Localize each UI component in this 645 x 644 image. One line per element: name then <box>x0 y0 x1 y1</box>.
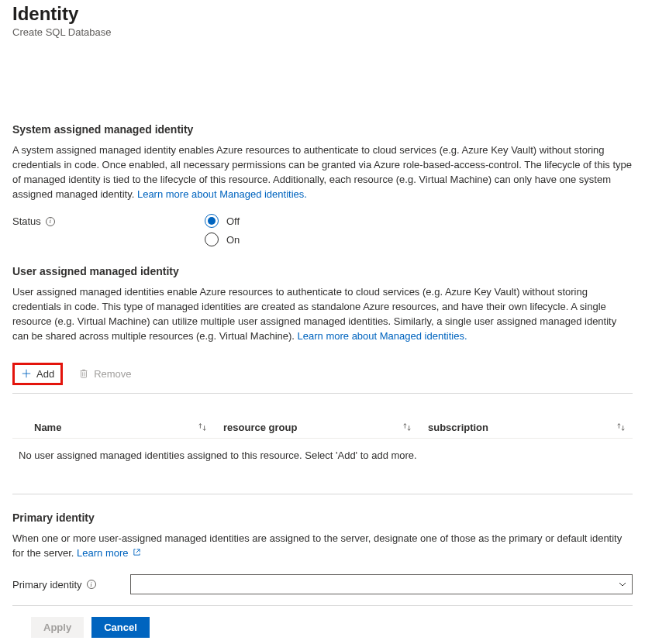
system-identity-heading: System assigned managed identity <box>12 123 633 136</box>
radio-icon <box>205 214 219 228</box>
primary-identity-body: When one or more user-assigned managed i… <box>12 532 633 561</box>
sort-icon[interactable] <box>197 422 208 432</box>
remove-button-label: Remove <box>94 368 131 380</box>
column-header-resource-group[interactable]: resource group <box>208 422 402 433</box>
table-empty-row: No user assigned managed identities assi… <box>12 439 633 472</box>
status-label: Status <box>12 215 41 227</box>
primary-identity-learn-more-label: Learn more <box>77 547 128 559</box>
primary-identity-dropdown[interactable] <box>130 574 633 594</box>
sort-icon[interactable] <box>402 422 412 432</box>
identity-table: Name resource group subscription No <box>12 417 633 472</box>
column-header-name-label: Name <box>34 422 61 433</box>
info-icon[interactable]: i <box>87 580 96 589</box>
status-radio-on[interactable]: On <box>205 232 240 246</box>
command-bar: Add Remove <box>12 358 633 394</box>
status-radio-off[interactable]: Off <box>205 214 240 228</box>
plus-icon <box>21 368 32 379</box>
system-identity-text: A system assigned managed identity enabl… <box>12 144 632 200</box>
user-identity-heading: User assigned managed identity <box>12 265 633 277</box>
primary-identity-learn-more-link[interactable]: Learn more <box>77 547 141 559</box>
system-identity-section: System assigned managed identity A syste… <box>12 123 633 246</box>
column-header-name[interactable]: Name <box>19 422 197 433</box>
highlight-box: Add <box>12 363 63 385</box>
svg-rect-2 <box>81 371 87 378</box>
page-subtitle: Create SQL Database <box>12 26 633 38</box>
info-icon[interactable]: i <box>46 217 55 226</box>
radio-icon <box>205 232 219 246</box>
add-button-label: Add <box>36 368 54 380</box>
sort-icon[interactable] <box>616 422 626 432</box>
remove-button: Remove <box>74 365 136 383</box>
column-header-subscription[interactable]: subscription <box>412 422 616 433</box>
column-header-rg-label: resource group <box>223 422 297 433</box>
user-identity-body: User assigned managed identities enable … <box>12 285 633 343</box>
user-identity-learn-more-link[interactable]: Learn more about Managed identities. <box>298 330 467 342</box>
status-radio-off-label: Off <box>226 215 240 227</box>
system-identity-body: A system assigned managed identity enabl… <box>12 143 633 201</box>
trash-icon <box>78 368 89 379</box>
chevron-down-icon <box>618 580 627 589</box>
external-link-icon <box>133 548 141 556</box>
cancel-button[interactable]: Cancel <box>91 617 150 638</box>
user-identity-section: User assigned managed identity User assi… <box>12 265 633 471</box>
column-header-sub-label: subscription <box>428 422 488 433</box>
divider <box>12 494 633 494</box>
primary-identity-section: Primary identity When one or more user-a… <box>12 511 633 607</box>
primary-identity-field-label: Primary identity <box>12 579 82 591</box>
status-radio-group: Off On <box>205 214 240 246</box>
status-radio-on-label: On <box>226 234 240 246</box>
apply-button: Apply <box>31 617 84 638</box>
system-identity-learn-more-link[interactable]: Learn more about Managed identities. <box>137 188 307 200</box>
add-button[interactable]: Add <box>16 365 59 383</box>
page-title: Identity <box>12 3 633 25</box>
primary-identity-heading: Primary identity <box>12 511 633 524</box>
table-header-row: Name resource group subscription <box>12 417 633 439</box>
footer-buttons: Apply Cancel <box>12 617 633 638</box>
